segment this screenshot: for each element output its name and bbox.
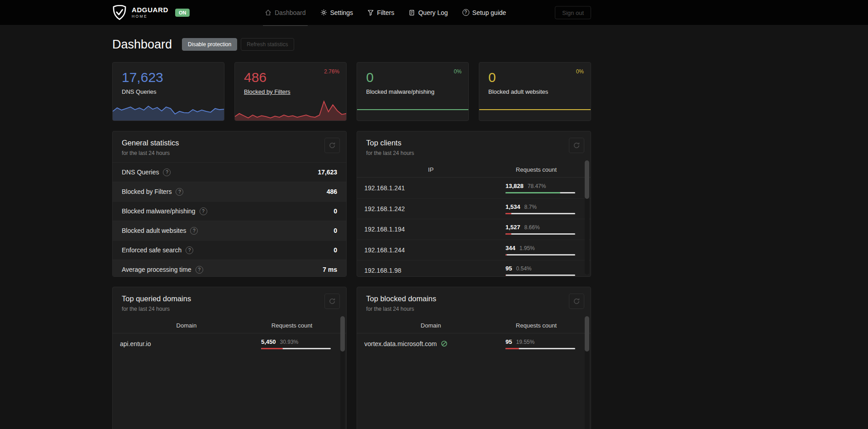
requests-count-cell: 344 1.95% — [506, 245, 575, 255]
table-row: api.entur.io 5,450 30.93% — [113, 333, 346, 354]
sign-out-button[interactable]: Sign out — [555, 6, 591, 19]
scrollbar-thumb[interactable] — [585, 160, 589, 199]
scrollbar-thumb[interactable] — [340, 316, 345, 352]
stats-row-value: 0 — [334, 246, 337, 254]
stat-card-blocked-adult: 0 Blocked adult websites 0% — [479, 62, 591, 121]
requests-percent: 30.93% — [280, 339, 299, 345]
requests-count-cell: 5,450 30.93% — [261, 338, 331, 349]
middle-panels: General statistics for the last 24 hours… — [112, 131, 591, 277]
progress-bar-fill — [506, 348, 519, 349]
bottom-panels: Top queried domains for the last 24 hour… — [112, 287, 591, 429]
stat-label: DNS Queries — [122, 88, 224, 95]
requests-percent: 8.7% — [525, 204, 537, 210]
requests-percent: 19.55% — [516, 339, 534, 345]
panel-header: Top queried domains for the last 24 hour… — [113, 287, 346, 318]
progress-bar-fill — [506, 213, 511, 214]
stats-row-text: Blocked adult websites — [122, 227, 186, 234]
column-ip: IP — [364, 166, 497, 173]
nav-setup-guide[interactable]: ? Setup guide — [463, 0, 506, 25]
domain-link[interactable]: vortex.data.microsoft.com — [364, 340, 506, 347]
client-ip-link[interactable]: 192.168.1.244 — [364, 246, 506, 254]
scrollbar-track[interactable] — [340, 316, 345, 429]
requests-count: 13,828 — [506, 183, 524, 189]
scrollbar-thumb[interactable] — [585, 316, 589, 352]
requests-count-cell: 95 0.54% — [506, 265, 575, 276]
refresh-icon[interactable] — [324, 294, 340, 309]
blocked-by-filters-link[interactable]: Blocked by Filters — [244, 88, 346, 95]
brand-subname: HOME — [132, 14, 168, 19]
general-statistics-panel: General statistics for the last 24 hours… — [112, 131, 347, 277]
nav-filters[interactable]: Filters — [367, 0, 394, 25]
brand[interactable]: ADGUARD HOME ON — [112, 5, 190, 21]
question-icon[interactable]: ? — [200, 207, 207, 215]
client-ip-link[interactable]: 192.168.1.241 — [364, 184, 506, 192]
nav-query-log[interactable]: Query Log — [409, 0, 448, 25]
requests-count-cell: 13,828 78.47% — [506, 183, 575, 193]
dns-queries-sparkline — [113, 99, 224, 121]
stats-row: Blocked adult websites ? 0 — [113, 221, 346, 240]
column-domain: Domain — [120, 322, 253, 329]
table-row: 192.168.1.244 344 1.95% — [357, 240, 591, 260]
refresh-statistics-button[interactable]: Refresh statistics — [241, 38, 294, 51]
question-icon[interactable]: ? — [196, 266, 203, 274]
nav-label: Query Log — [418, 9, 448, 16]
domain-link[interactable]: api.entur.io — [120, 340, 261, 347]
progress-bar — [506, 233, 575, 235]
column-requests-count: Requests count — [497, 166, 575, 173]
disable-protection-button[interactable]: Disable protection — [182, 38, 237, 51]
home-icon — [265, 9, 272, 16]
refresh-icon[interactable] — [569, 138, 584, 153]
table-header: Domain Requests count — [113, 318, 346, 333]
protection-on-badge: ON — [175, 9, 190, 17]
table-row: 192.168.1.241 13,828 78.47% — [357, 178, 591, 198]
client-ip-link[interactable]: 192.168.1.194 — [364, 226, 506, 233]
progress-bar-fill — [506, 192, 560, 193]
question-icon[interactable]: ? — [163, 169, 171, 176]
stat-percent: 2.76% — [324, 68, 339, 75]
stat-card-blocked-malware: 0 Blocked malware/phishing 0% — [357, 62, 469, 121]
count-line: 5,450 30.93% — [261, 338, 331, 345]
stats-row: Blocked malware/phishing ? 0 — [113, 201, 346, 221]
scrollbar-track[interactable] — [585, 160, 589, 275]
top-clients-panel: Top clients for the last 24 hours IP Req… — [357, 131, 591, 277]
panel-title: General statistics — [122, 139, 337, 147]
stat-label: Blocked adult websites — [488, 88, 591, 95]
stats-row-value: 17,623 — [318, 169, 337, 176]
blocked-malware-sparkline — [357, 99, 468, 121]
requests-count: 95 — [506, 265, 512, 272]
stats-row-value: 7 ms — [323, 266, 337, 273]
progress-bar — [506, 213, 575, 214]
stats-row-text: Blocked malware/phishing — [122, 207, 196, 215]
page-title: Dashboard — [112, 37, 172, 52]
progress-bar — [261, 348, 331, 349]
stats-row-label: Enforced safe search ? — [122, 246, 193, 254]
table-row: 192.168.1.98 95 0.54% — [357, 260, 591, 277]
filter-funnel-icon — [367, 10, 374, 16]
requests-count-cell: 1,534 8.7% — [506, 203, 575, 214]
top-blocked-rows: vortex.data.microsoft.com 95 19.55% — [357, 333, 591, 354]
stats-row-value: 0 — [334, 207, 337, 215]
progress-bar — [506, 254, 575, 255]
top-blocked-domains-panel: Top blocked domains for the last 24 hour… — [357, 287, 591, 429]
nav-label: Settings — [330, 9, 353, 16]
question-icon[interactable]: ? — [176, 188, 183, 196]
requests-count-cell: 95 19.55% — [506, 338, 575, 349]
question-icon[interactable]: ? — [186, 246, 193, 254]
question-icon[interactable]: ? — [190, 227, 198, 235]
panel-title: Top blocked domains — [366, 294, 582, 303]
question-circle-icon: ? — [463, 9, 469, 16]
domain-text: vortex.data.microsoft.com — [364, 340, 437, 347]
nav-settings[interactable]: Settings — [320, 0, 353, 25]
stats-row: Enforced safe search ? 0 — [113, 240, 346, 260]
scrollbar-track[interactable] — [585, 316, 589, 429]
refresh-icon[interactable] — [324, 138, 340, 153]
stat-cards-row: 17,623 DNS Queries 486 Blocked by Filter… — [112, 62, 591, 121]
stat-percent: 0% — [454, 68, 462, 75]
client-ip-link[interactable]: 192.168.1.98 — [364, 267, 506, 274]
panel-title: Top clients — [366, 139, 582, 147]
client-ip-link[interactable]: 192.168.1.242 — [364, 205, 506, 212]
nav-dashboard[interactable]: Dashboard — [265, 0, 306, 25]
count-line: 1,534 8.7% — [506, 203, 575, 210]
refresh-icon[interactable] — [569, 294, 584, 309]
stats-row-label: Blocked adult websites ? — [122, 227, 198, 235]
